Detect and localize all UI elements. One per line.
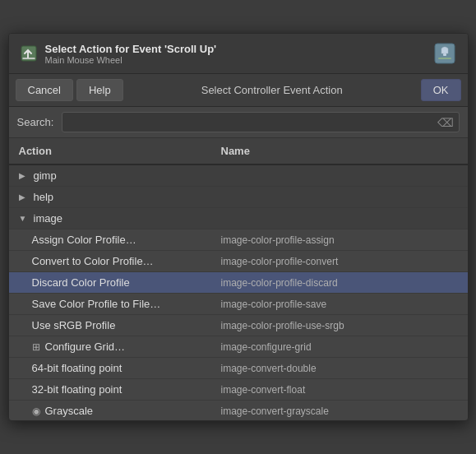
search-input[interactable] <box>66 114 436 130</box>
table-row[interactable]: 64-bit floating point image-convert-doub… <box>9 358 468 379</box>
row-name-64bit: image-convert-double <box>215 360 468 377</box>
table-row[interactable]: ▶ help <box>9 187 468 208</box>
table-row[interactable]: ⊞ Configure Grid… image-configure-grid <box>9 336 468 358</box>
grayscale-icon: ◉ <box>32 405 40 417</box>
toolbar: Cancel Help Select Controller Event Acti… <box>9 74 468 107</box>
table-body: ▶ gimp ▶ help ▼ image Assign Color Profi… <box>9 165 468 420</box>
row-name-grayscale: image-convert-grayscale <box>215 403 468 419</box>
search-bar: Search: ⌫ <box>9 107 468 138</box>
row-name-configure-grid: image-configure-grid <box>215 339 468 355</box>
row-name-image <box>215 216 468 221</box>
col-header-name: Name <box>215 141 468 160</box>
row-name-srgb: image-color-profile-use-srgb <box>215 317 468 334</box>
expand-icon-image[interactable]: ▼ <box>19 214 30 223</box>
ok-button[interactable]: OK <box>421 79 461 101</box>
row-label-convert-color: Convert to Color Profile… <box>32 255 154 267</box>
svg-rect-3 <box>438 58 451 59</box>
row-label-srgb: Use sRGB Profile <box>32 319 116 331</box>
row-name-convert-color: image-color-profile-convert <box>215 253 468 270</box>
table-row[interactable]: 32-bit floating point image-convert-floa… <box>9 379 468 401</box>
row-label-image: image <box>34 212 62 225</box>
toolbar-title: Select Controller Event Action <box>127 84 418 96</box>
row-name-help <box>215 195 468 200</box>
row-action-save-color: Save Color Profile to File… <box>9 295 215 313</box>
cancel-button[interactable]: Cancel <box>16 79 73 101</box>
table-header: Action Name <box>9 138 468 165</box>
row-name-save-color: image-color-profile-save <box>215 296 468 313</box>
search-input-wrap: ⌫ <box>62 112 460 132</box>
row-action-srgb: Use sRGB Profile <box>9 317 215 334</box>
table-row[interactable]: ▶ gimp <box>9 165 468 187</box>
row-name-gimp <box>215 174 468 178</box>
row-name-assign-color: image-color-profile-assign <box>215 232 468 248</box>
table-row[interactable]: Save Color Profile to File… image-color-… <box>9 294 468 315</box>
help-button[interactable]: Help <box>76 79 123 101</box>
row-action-32bit: 32-bit floating point <box>9 381 215 398</box>
col-header-action: Action <box>9 141 215 160</box>
row-action-help: ▶ help <box>9 188 215 206</box>
row-action-assign-color: Assign Color Profile… <box>9 231 215 248</box>
row-action-image: ▼ image <box>9 210 215 227</box>
row-label-assign-color: Assign Color Profile… <box>32 234 136 246</box>
row-action-configure-grid: ⊞ Configure Grid… <box>9 338 215 355</box>
row-label-configure-grid: Configure Grid… <box>45 340 126 353</box>
titlebar-left: Select Action for Event 'Scroll Up' Main… <box>19 43 217 65</box>
main-dialog: Select Action for Event 'Scroll Up' Main… <box>8 33 469 421</box>
row-label-save-color: Save Color Profile to File… <box>32 298 161 310</box>
expand-icon-help[interactable]: ▶ <box>19 192 30 202</box>
search-clear-button[interactable]: ⌫ <box>436 116 455 129</box>
row-name-32bit: image-convert-float <box>215 382 468 398</box>
row-action-grayscale: ◉ Grayscale <box>9 402 215 419</box>
grid-icon: ⊞ <box>32 341 40 353</box>
row-action-64bit: 64-bit floating point <box>9 359 215 377</box>
table-row[interactable]: Use sRGB Profile image-color-profile-use… <box>9 315 468 336</box>
search-label: Search: <box>17 116 57 128</box>
titlebar: Select Action for Event 'Scroll Up' Main… <box>9 34 468 74</box>
row-label-grayscale: Grayscale <box>45 405 94 417</box>
row-label-gimp: gimp <box>34 169 57 182</box>
table-row[interactable]: Discard Color Profile image-color-profil… <box>9 272 468 294</box>
table-row[interactable]: ▼ image <box>9 208 468 229</box>
row-action-convert-color: Convert to Color Profile… <box>9 252 215 270</box>
table-row[interactable]: Convert to Color Profile… image-color-pr… <box>9 251 468 272</box>
row-label-help: help <box>34 191 54 203</box>
row-label-64bit: 64-bit floating point <box>32 362 122 374</box>
row-action-gimp: ▶ gimp <box>9 167 215 184</box>
svg-rect-2 <box>443 53 446 56</box>
notification-icon <box>432 40 458 67</box>
table-row[interactable]: Assign Color Profile… image-color-profil… <box>9 229 468 251</box>
title-main: Select Action for Event 'Scroll Up' <box>45 43 217 55</box>
expand-icon-gimp[interactable]: ▶ <box>19 171 30 180</box>
row-label-discard-color: Discard Color Profile <box>32 276 130 289</box>
dialog-icon <box>19 44 39 63</box>
row-label-32bit: 32-bit floating point <box>32 383 122 396</box>
row-name-discard-color: image-color-profile-discard <box>215 275 468 291</box>
row-action-discard-color: Discard Color Profile <box>9 274 215 291</box>
title-text: Select Action for Event 'Scroll Up' Main… <box>45 43 217 65</box>
title-sub: Main Mouse Wheel <box>45 55 217 65</box>
table-row[interactable]: ◉ Grayscale image-convert-grayscale <box>9 401 468 420</box>
